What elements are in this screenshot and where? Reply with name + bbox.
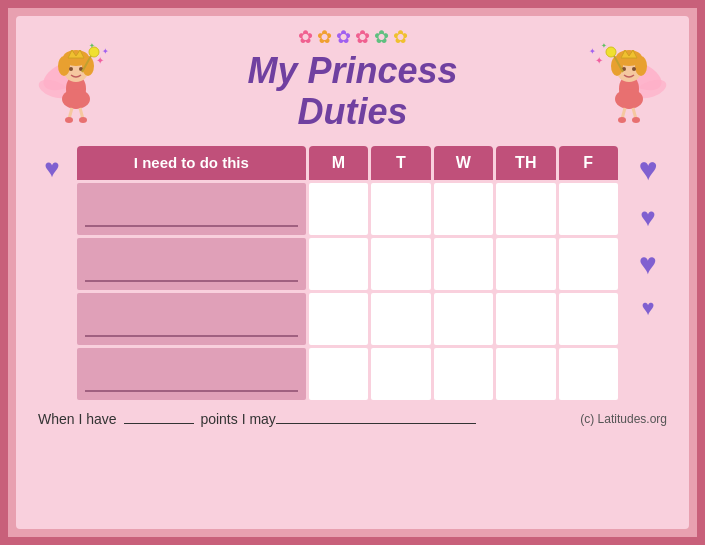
- svg-text:✦: ✦: [96, 55, 104, 66]
- fairy-left: ✦ ✦ ✦: [34, 34, 124, 124]
- footer-text: When I have points I may: [38, 411, 476, 427]
- task-cell-4[interactable]: [77, 348, 306, 400]
- fairy-right: ✦ ✦ ✦: [581, 34, 671, 124]
- day-col-m: M: [309, 146, 368, 180]
- svg-text:✦: ✦: [102, 47, 109, 56]
- task-cell-1[interactable]: [77, 183, 306, 235]
- heart-icon-right-3: ♥: [639, 247, 657, 281]
- check-cell-4-t[interactable]: [371, 348, 430, 400]
- check-cell-1-m[interactable]: [309, 183, 368, 235]
- check-cell-1-th[interactable]: [496, 183, 555, 235]
- task-line-4: [85, 364, 298, 392]
- duty-table-container: I need to do this M T W TH F: [74, 143, 621, 403]
- check-cell-3-f[interactable]: [559, 293, 619, 345]
- svg-point-30: [632, 67, 636, 71]
- check-cell-2-f[interactable]: [559, 238, 619, 290]
- svg-text:✦: ✦: [589, 47, 596, 56]
- check-cell-1-f[interactable]: [559, 183, 619, 235]
- check-cell-1-t[interactable]: [371, 183, 430, 235]
- heart-icon-right-4: ♥: [641, 295, 654, 321]
- svg-point-7: [82, 56, 94, 76]
- left-hearts-column: ♥: [34, 143, 70, 184]
- table-row: [77, 183, 618, 235]
- heart-icon-right-1: ♥: [639, 151, 658, 188]
- points-field[interactable]: [124, 423, 194, 424]
- svg-point-3: [62, 89, 90, 109]
- svg-text:✦: ✦: [601, 42, 607, 49]
- svg-point-27: [635, 56, 647, 76]
- task-cell-2[interactable]: [77, 238, 306, 290]
- svg-point-18: [65, 117, 73, 123]
- inner-content: ✦ ✦ ✦ ✿ ✿ ✿ ✿ ✿: [16, 16, 689, 529]
- task-line-3: [85, 309, 298, 337]
- page-title: My Princess Duties: [124, 50, 581, 133]
- table-header-row: I need to do this M T W TH F: [77, 146, 618, 180]
- check-cell-4-f[interactable]: [559, 348, 619, 400]
- table-row: [77, 293, 618, 345]
- check-cell-3-th[interactable]: [496, 293, 555, 345]
- check-cell-2-th[interactable]: [496, 238, 555, 290]
- svg-point-19: [79, 117, 87, 123]
- svg-point-38: [618, 117, 626, 123]
- title-area: ✿ ✿ ✿ ✿ ✿ ✿ My Princess Duties: [124, 26, 581, 133]
- svg-text:✦: ✦: [595, 55, 603, 66]
- task-cell-3[interactable]: [77, 293, 306, 345]
- check-cell-4-m[interactable]: [309, 348, 368, 400]
- svg-point-39: [632, 117, 640, 123]
- check-cell-2-m[interactable]: [309, 238, 368, 290]
- table-row: [77, 238, 618, 290]
- day-col-w: W: [434, 146, 493, 180]
- check-cell-1-w[interactable]: [434, 183, 493, 235]
- reward-field[interactable]: [276, 423, 476, 424]
- day-col-f: F: [559, 146, 619, 180]
- duty-table: I need to do this M T W TH F: [74, 143, 621, 403]
- svg-text:✦: ✦: [89, 42, 95, 49]
- outer-border: ✦ ✦ ✦ ✿ ✿ ✿ ✿ ✿: [0, 0, 705, 545]
- svg-point-6: [58, 56, 70, 76]
- task-line-1: [85, 199, 298, 227]
- heart-icon-right-2: ♥: [640, 202, 655, 233]
- svg-point-23: [615, 89, 643, 109]
- svg-point-26: [611, 56, 623, 76]
- task-line-2: [85, 254, 298, 282]
- check-cell-3-t[interactable]: [371, 293, 430, 345]
- copyright: (c) Latitudes.org: [580, 412, 667, 426]
- day-col-th: TH: [496, 146, 555, 180]
- task-column-header: I need to do this: [77, 146, 306, 180]
- header: ✦ ✦ ✦ ✿ ✿ ✿ ✿ ✿: [34, 26, 671, 133]
- check-cell-4-th[interactable]: [496, 348, 555, 400]
- check-cell-3-m[interactable]: [309, 293, 368, 345]
- right-hearts-column: ♥ ♥ ♥ ♥: [625, 143, 671, 321]
- check-cell-4-w[interactable]: [434, 348, 493, 400]
- check-cell-2-t[interactable]: [371, 238, 430, 290]
- day-col-t: T: [371, 146, 430, 180]
- check-cell-2-w[interactable]: [434, 238, 493, 290]
- svg-point-9: [69, 67, 73, 71]
- check-cell-3-w[interactable]: [434, 293, 493, 345]
- heart-icon-left: ♥: [44, 153, 59, 184]
- table-row: [77, 348, 618, 400]
- footer: When I have points I may (c) Latitudes.o…: [34, 411, 671, 427]
- svg-point-32: [606, 47, 616, 57]
